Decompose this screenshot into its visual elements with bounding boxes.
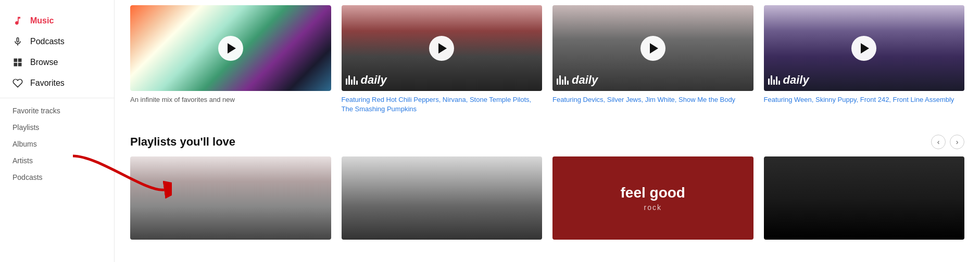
playlists-section-header: Playlists you'll love ‹ ›: [115, 129, 980, 156]
bottom-card-image-2: [342, 156, 543, 240]
sidebar-label-browse: Browse: [30, 58, 58, 67]
sidebar: Music Podcasts Browse Favorites Favorite…: [0, 0, 115, 262]
feel-good-subtitle: rock: [644, 203, 662, 212]
playlists-section-title: Playlists you'll love: [130, 135, 235, 149]
daily-bars-icon-2: [557, 75, 569, 85]
bottom-card-image-3: feel good rock: [552, 156, 753, 240]
daily-badge-1: daily: [346, 73, 387, 87]
daily-badge-3: daily: [768, 73, 809, 87]
top-cards-row: An infinite mix of favorites and new: [130, 5, 964, 114]
sidebar-item-favorites[interactable]: Favorites: [0, 73, 114, 94]
card-desc-2: Featuring Red Hot Chili Peppers, Nirvana…: [342, 95, 543, 114]
microphone-icon: [12, 36, 23, 47]
card-desc-link-4[interactable]: Featuring Ween, Skinny Puppy, Front 242,…: [764, 96, 954, 103]
play-button-1[interactable]: [218, 36, 243, 61]
cards-section: An infinite mix of favorites and new: [115, 0, 980, 129]
nav-arrows: ‹ ›: [931, 135, 964, 149]
sidebar-divider: [0, 98, 114, 98]
card-desc-3: Featuring Devics, Silver Jews, Jim White…: [552, 95, 753, 104]
bottom-card-feelgood[interactable]: feel good rock: [552, 156, 753, 240]
nav-arrow-left[interactable]: ‹: [931, 135, 946, 149]
card-desc-4: Featuring Ween, Skinny Puppy, Front 242,…: [764, 95, 965, 104]
sidebar-item-podcasts[interactable]: Podcasts: [0, 31, 114, 52]
browse-icon: [12, 57, 23, 68]
daily-badge-2: daily: [557, 73, 598, 87]
sidebar-item-music[interactable]: Music: [0, 10, 114, 31]
sidebar-sub-items: Favorite tracks Playlists Albums Artists…: [0, 102, 114, 186]
card-daily-3: daily Featuring Ween, Skinny Puppy, Fron…: [764, 5, 965, 114]
feel-good-title: feel good: [621, 185, 685, 201]
bottom-card-bw-female[interactable]: [130, 156, 331, 240]
music-icon: [12, 16, 23, 26]
card-desc-link-2[interactable]: Featuring Red Hot Chili Peppers, Nirvana…: [342, 96, 532, 113]
daily-bars-icon-3: [768, 75, 780, 85]
sidebar-label-favorites: Favorites: [30, 78, 65, 88]
bottom-card-image-1: [130, 156, 331, 240]
sidebar-item-favorite-tracks[interactable]: Favorite tracks: [0, 102, 114, 119]
sidebar-item-playlists[interactable]: Playlists: [0, 119, 114, 136]
card-image-daily-1: daily: [342, 5, 543, 91]
sidebar-label-music: Music: [30, 16, 54, 25]
bottom-card-bw-male[interactable]: [342, 156, 543, 240]
nav-arrow-right[interactable]: ›: [950, 135, 964, 149]
card-image-daily-2: daily: [552, 5, 753, 91]
daily-label-2: daily: [572, 73, 598, 87]
card-desc-link-3[interactable]: Featuring Devics, Silver Jews, Jim White…: [552, 96, 735, 103]
bottom-card-dark[interactable]: [764, 156, 965, 240]
card-daily-2: daily Featuring Devics, Silver Jews, Jim…: [552, 5, 753, 114]
play-triangle-icon: [228, 43, 236, 54]
card-image-daily-3: daily: [764, 5, 965, 91]
play-triangle-icon-4: [861, 43, 869, 54]
card-image-infinite-mix: [130, 5, 331, 91]
sidebar-label-podcasts: Podcasts: [30, 37, 65, 46]
card-daily-1: daily Featuring Red Hot Chili Peppers, N…: [342, 5, 543, 114]
heart-icon: [12, 78, 23, 88]
bottom-cards-row: feel good rock: [115, 156, 980, 240]
play-button-3[interactable]: [640, 36, 665, 61]
sidebar-item-artists[interactable]: Artists: [0, 152, 114, 169]
play-triangle-icon-2: [438, 43, 447, 54]
daily-label-1: daily: [361, 73, 387, 87]
main-content: An infinite mix of favorites and new: [115, 0, 980, 262]
card-infinite-mix: An infinite mix of favorites and new: [130, 5, 331, 114]
sidebar-item-browse[interactable]: Browse: [0, 52, 114, 73]
sidebar-item-albums[interactable]: Albums: [0, 136, 114, 152]
sidebar-item-podcasts-sub[interactable]: Podcasts: [0, 169, 114, 186]
card-desc-1: An infinite mix of favorites and new: [130, 95, 331, 104]
play-button-4[interactable]: [851, 36, 876, 61]
daily-label-3: daily: [783, 73, 809, 87]
play-triangle-icon-3: [650, 43, 658, 54]
bottom-card-image-4: [764, 156, 965, 240]
daily-bars-icon-1: [346, 75, 358, 85]
play-button-2[interactable]: [429, 36, 454, 61]
